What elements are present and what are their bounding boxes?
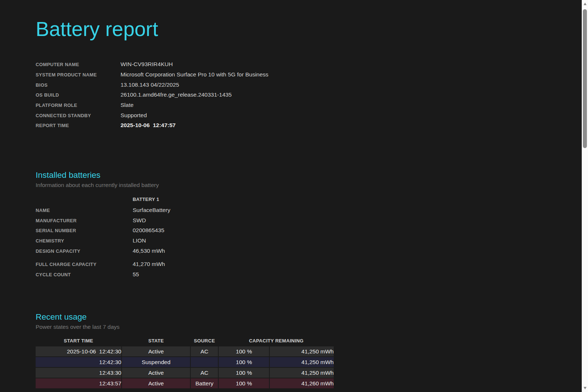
usage-source: AC <box>191 346 218 356</box>
info-label: REPORT TIME <box>36 123 121 128</box>
battery-value: SWD <box>133 217 146 224</box>
usage-row-1: 2025-10-06 12:42:30 Active AC 100 % 41,2… <box>36 346 334 356</box>
usage-capacity-mwh: 41,250 mWh <box>270 357 334 367</box>
info-value: 13.108.143 04/22/2025 <box>121 82 179 88</box>
usage-capacity-percent: 100 % <box>219 346 269 356</box>
battery-value: 55 <box>133 271 139 278</box>
battery-label: CHEMISTRY <box>36 238 133 244</box>
page-title: Battery report <box>36 15 582 43</box>
info-label: COMPUTER NAME <box>36 62 121 67</box>
usage-state: Suspended <box>122 357 190 367</box>
usage-row-4: 12:43:57 Active Battery 100 % 41,260 mWh <box>36 378 334 388</box>
usage-source: AC <box>191 368 218 378</box>
info-label: BIOS <box>36 82 121 88</box>
usage-state: Active <box>122 368 190 378</box>
col-header-source: SOURCE <box>191 337 218 346</box>
battery-row-manufacturer: MANUFACTURER SWD <box>36 217 582 227</box>
battery-label: NAME <box>36 208 133 213</box>
battery-value: 46,530 mWh <box>133 248 165 254</box>
battery-row-cycle-count: CYCLE COUNT 55 <box>36 271 582 281</box>
battery-column-header-row: BATTERY 1 <box>36 197 582 207</box>
scroll-up-arrow[interactable] <box>582 1 588 7</box>
info-value: Slate <box>121 102 133 108</box>
info-row-computer-name: COMPUTER NAME WIN-CV93RIR4KUH <box>36 61 582 71</box>
recent-usage-table: START TIME STATE SOURCE CAPACITY REMAINI… <box>35 336 334 389</box>
vertical-scrollbar[interactable] <box>582 0 588 392</box>
info-value: 2025-10-06 12:47:57 <box>121 122 176 129</box>
col-header-state: STATE <box>122 337 190 346</box>
scroll-down-arrow[interactable] <box>582 385 588 391</box>
info-label: CONNECTED STANDBY <box>36 113 121 118</box>
installed-batteries-subtitle: Information about each currently install… <box>36 182 582 188</box>
battery-details-table: BATTERY 1 NAME SurfaceBattery MANUFACTUR… <box>36 197 582 281</box>
col-header-start-time: START TIME <box>36 337 121 346</box>
info-row-bios: BIOS 13.108.143 04/22/2025 <box>36 82 582 92</box>
battery-value: LION <box>133 237 146 244</box>
info-row-system-product-name: SYSTEM PRODUCT NAME Microsoft Corporatio… <box>36 71 582 82</box>
triangle-down-icon <box>584 387 587 389</box>
usage-state: Active <box>122 346 190 356</box>
usage-capacity-mwh: 41,250 mWh <box>270 368 334 378</box>
usage-row-2: 12:42:30 Suspended 100 % 41,250 mWh <box>36 357 334 367</box>
info-label: SYSTEM PRODUCT NAME <box>36 72 121 78</box>
usage-capacity-percent: 100 % <box>219 357 269 367</box>
battery-label: MANUFACTURER <box>36 218 133 223</box>
battery-row-design-capacity: DESIGN CAPACITY 46,530 mWh <box>36 248 582 258</box>
battery-row-name: NAME SurfaceBattery <box>36 207 582 217</box>
recent-usage-section: Recent usage Power states over the last … <box>36 312 582 389</box>
battery-report-page: Battery report COMPUTER NAME WIN-CV93RIR… <box>0 0 582 392</box>
battery-label: CYCLE COUNT <box>36 272 133 277</box>
usage-capacity-percent: 100 % <box>219 378 269 388</box>
usage-row-3: 12:43:30 Active AC 100 % 41,250 mWh <box>36 368 334 378</box>
info-label: OS BUILD <box>36 92 121 98</box>
info-value: WIN-CV93RIR4KUH <box>121 61 173 68</box>
info-value: Microsoft Corporation Surface Pro 10 wit… <box>121 71 268 78</box>
battery-row-chemistry: CHEMISTRY LION <box>36 237 582 248</box>
battery-label: FULL CHARGE CAPACITY <box>36 262 133 267</box>
battery-value: 0200865435 <box>133 227 164 234</box>
info-row-os-build: OS BUILD 26100.1.amd64fre.ge_release.240… <box>36 91 582 102</box>
recent-usage-subtitle: Power states over the last 7 days <box>36 324 582 330</box>
usage-capacity-mwh: 41,250 mWh <box>270 346 334 356</box>
usage-capacity-percent: 100 % <box>219 368 269 378</box>
battery-label: DESIGN CAPACITY <box>36 248 133 254</box>
recent-usage-heading: Recent usage <box>36 312 582 322</box>
battery-1-column-header: BATTERY 1 <box>133 197 159 202</box>
scrollbar-thumb[interactable] <box>583 9 587 148</box>
col-header-capacity-remaining: CAPACITY REMAINING <box>219 337 334 346</box>
usage-start-time: 12:43:57 <box>36 378 121 388</box>
usage-source: Battery <box>191 378 218 388</box>
battery-label: SERIAL NUMBER <box>36 228 133 233</box>
usage-state: Active <box>122 378 190 388</box>
info-row-report-time: REPORT TIME 2025-10-06 12:47:57 <box>36 122 582 132</box>
info-row-connected-standby: CONNECTED STANDBY Supported <box>36 112 582 122</box>
usage-header-row: START TIME STATE SOURCE CAPACITY REMAINI… <box>36 337 334 346</box>
battery-row-full-charge-capacity: FULL CHARGE CAPACITY 41,270 mWh <box>36 261 582 271</box>
triangle-up-icon <box>584 3 587 5</box>
installed-batteries-section: Installed batteries Information about ea… <box>36 170 582 281</box>
battery-value: SurfaceBattery <box>133 207 171 213</box>
system-info-list: COMPUTER NAME WIN-CV93RIR4KUH SYSTEM PRO… <box>36 61 582 132</box>
info-value: Supported <box>121 112 147 119</box>
installed-batteries-heading: Installed batteries <box>36 170 582 180</box>
usage-start-time: 12:43:30 <box>36 368 121 378</box>
info-row-platform-role: PLATFORM ROLE Slate <box>36 102 582 112</box>
usage-start-time: 2025-10-06 12:42:30 <box>36 346 121 356</box>
usage-start-time: 12:42:30 <box>36 357 121 367</box>
battery-row-serial-number: SERIAL NUMBER 0200865435 <box>36 227 582 237</box>
info-label: PLATFORM ROLE <box>36 103 121 108</box>
usage-source <box>191 357 218 367</box>
info-value: 26100.1.amd64fre.ge_release.240331-1435 <box>121 91 232 98</box>
battery-value: 41,270 mWh <box>133 261 165 267</box>
usage-capacity-mwh: 41,260 mWh <box>270 378 334 388</box>
